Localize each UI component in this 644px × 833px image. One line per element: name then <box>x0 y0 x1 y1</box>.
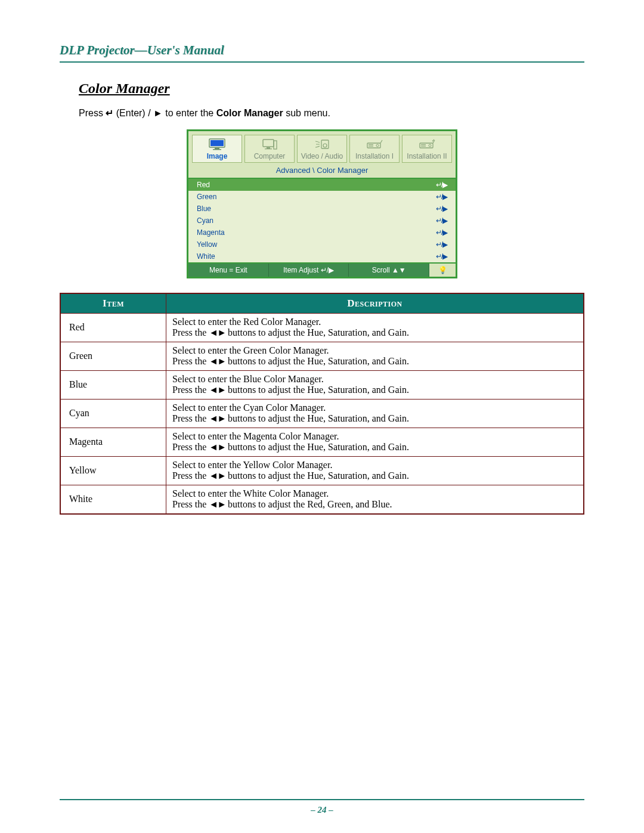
desc-line1: Select to enter the Red Color Manager. <box>172 317 321 327</box>
desc-cell: Select to enter the Cyan Color Manager.P… <box>166 400 584 428</box>
svg-point-9 <box>323 144 327 147</box>
osd-row-label: Red <box>197 181 210 189</box>
desc-line2: Press the ◄► buttons to adjust the Hue, … <box>172 356 577 367</box>
th-item: Item <box>60 293 166 314</box>
osd-footer-adjust: Item Adjust ↵/▶ <box>269 264 349 277</box>
enter-icon: ↵ <box>106 108 113 118</box>
osd-row-label: Blue <box>197 205 211 213</box>
osd-row-cyan[interactable]: Cyan ↵/▶ <box>188 215 456 227</box>
osd-tab-label: Image <box>207 152 228 160</box>
desc-line2a: Press the <box>172 327 209 337</box>
desc-line2b: buttons to adjust the Hue, Saturation, a… <box>225 470 409 481</box>
desc-line2b: buttons to adjust the Hue, Saturation, a… <box>225 413 409 423</box>
svg-rect-2 <box>215 148 219 149</box>
item-cell: Magenta <box>60 428 166 457</box>
header-rule <box>60 61 584 63</box>
desc-cell: Select to enter the Yellow Color Manager… <box>166 457 584 485</box>
page-number: – 24 – <box>0 805 644 815</box>
osd-tab-computer[interactable]: Computer <box>244 135 295 163</box>
desc-line2a: Press the <box>172 442 209 452</box>
item-cell: Blue <box>60 371 166 400</box>
desc-line2: Press the ◄► buttons to adjust the Hue, … <box>172 442 577 453</box>
desc-cell: Select to enter the Magenta Color Manage… <box>166 428 584 457</box>
computer-icon <box>245 138 294 151</box>
intro-prefix: Press <box>79 108 106 118</box>
desc-cell: Select to enter the Red Color Manager.Pr… <box>166 314 584 342</box>
enter-arrow-icon: ↵/▶ <box>436 181 447 189</box>
table-row: CyanSelect to enter the Cyan Color Manag… <box>60 400 584 428</box>
osd-row-red[interactable]: Red ↵/▶ <box>188 179 456 191</box>
desc-line2b: buttons to adjust the Hue, Saturation, a… <box>225 327 409 337</box>
projector-icon <box>350 138 399 151</box>
osd-footer: Menu = Exit Item Adjust ↵/▶ Scroll ▲▼ 💡 <box>188 264 456 277</box>
desc-line2a: Press the <box>172 385 209 395</box>
osd-row-label: White <box>197 252 215 261</box>
intro-mid: (Enter) / <box>113 108 153 118</box>
desc-line1: Select to enter the Cyan Color Manager. <box>172 402 326 413</box>
intro-mid2: to enter the <box>163 108 216 118</box>
osd-row-blue[interactable]: Blue ↵/▶ <box>188 203 456 215</box>
table-row: RedSelect to enter the Red Color Manager… <box>60 314 584 342</box>
item-cell: White <box>60 485 166 515</box>
intro-text: Press ↵ (Enter) / ► to enter the Color M… <box>79 107 584 119</box>
item-cell: Cyan <box>60 400 166 428</box>
svg-rect-17 <box>421 146 426 147</box>
desc-cell: Select to enter the White Color Manager.… <box>166 485 584 515</box>
desc-line1: Select to enter the Blue Color Manager. <box>172 374 324 384</box>
intro-suffix: sub menu. <box>283 108 330 118</box>
svg-rect-4 <box>263 140 274 147</box>
desc-line2: Press the ◄► buttons to adjust the Hue, … <box>172 385 577 395</box>
osd-tabs: Image Computer Video / Audio Installatio… <box>188 131 456 163</box>
svg-rect-13 <box>369 146 373 147</box>
osd-footer-scroll: Scroll ▲▼ <box>349 264 429 277</box>
osd-row-label: Magenta <box>197 228 225 237</box>
description-table: Item Description RedSelect to enter the … <box>60 293 584 515</box>
osd-menu: Image Computer Video / Audio Installatio… <box>187 129 457 278</box>
svg-rect-7 <box>265 148 272 149</box>
section-title: Color Manager <box>79 80 584 97</box>
desc-cell: Select to enter the Blue Color Manager.P… <box>166 371 584 400</box>
enter-arrow-icon: ↵/▶ <box>436 216 447 225</box>
osd-tab-label: Computer <box>254 152 286 160</box>
desc-line2b: buttons to adjust the Red, Green, and Bl… <box>225 499 392 509</box>
table-row: BlueSelect to enter the Blue Color Manag… <box>60 371 584 400</box>
enter-arrow-icon: ↵/▶ <box>436 228 447 237</box>
left-right-arrows-icon: ◄► <box>209 499 225 509</box>
th-desc: Description <box>166 293 584 314</box>
desc-line2b: buttons to adjust the Hue, Saturation, a… <box>225 356 409 366</box>
osd-row-green[interactable]: Green ↵/▶ <box>188 191 456 203</box>
left-right-arrows-icon: ◄► <box>209 470 225 481</box>
speaker-icon <box>298 138 346 151</box>
svg-rect-16 <box>421 144 426 145</box>
desc-line2: Press the ◄► buttons to adjust the Red, … <box>172 499 577 510</box>
osd-footer-exit[interactable]: Menu = Exit <box>188 264 269 277</box>
osd-tab-label: Installation I <box>355 152 394 160</box>
desc-line2: Press the ◄► buttons to adjust the Hue, … <box>172 470 577 481</box>
osd-tab-image[interactable]: Image <box>192 135 242 163</box>
osd-row-yellow[interactable]: Yellow ↵/▶ <box>188 239 456 250</box>
osd-tab-install2[interactable]: Installation II <box>402 135 452 163</box>
left-right-arrows-icon: ◄► <box>209 413 225 423</box>
osd-footer-bulb[interactable]: 💡 <box>429 264 456 277</box>
left-right-arrows-icon: ◄► <box>209 327 225 337</box>
osd-row-white[interactable]: White ↵/▶ <box>188 250 456 262</box>
osd-list: Red ↵/▶ Green ↵/▶ Blue ↵/▶ Cyan ↵/▶ Mage… <box>188 178 456 264</box>
desc-line2a: Press the <box>172 499 209 509</box>
desc-line1: Select to enter the Green Color Manager. <box>172 345 329 355</box>
svg-point-11 <box>376 144 379 147</box>
osd-row-magenta[interactable]: Magenta ↵/▶ <box>188 227 456 239</box>
desc-line2a: Press the <box>172 413 209 423</box>
intro-bold: Color Manager <box>216 108 283 118</box>
svg-rect-12 <box>369 144 373 145</box>
desc-line2a: Press the <box>172 356 209 366</box>
left-right-arrows-icon: ◄► <box>209 356 225 366</box>
enter-arrow-icon: ↵/▶ <box>436 252 447 261</box>
osd-row-label: Yellow <box>197 240 217 249</box>
bulb-icon: 💡 <box>438 266 447 274</box>
desc-line2b: buttons to adjust the Hue, Saturation, a… <box>225 442 409 452</box>
desc-cell: Select to enter the Green Color Manager.… <box>166 342 584 371</box>
item-cell: Yellow <box>60 457 166 485</box>
osd-tab-install1[interactable]: Installation I <box>349 135 400 163</box>
item-cell: Green <box>60 342 166 371</box>
osd-tab-video-audio[interactable]: Video / Audio <box>297 135 347 163</box>
